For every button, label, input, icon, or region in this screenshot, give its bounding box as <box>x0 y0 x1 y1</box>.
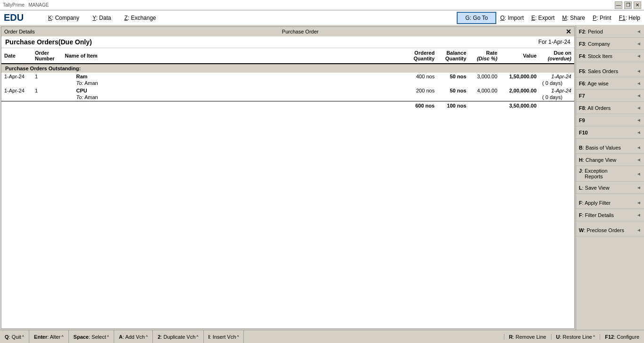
sub-header-right: Purchase Order <box>282 29 319 34</box>
right-panel-apply-filter[interactable]: F: Apply Filter ◄ <box>576 197 644 209</box>
nav-print[interactable]: P: Print <box>593 15 611 21</box>
total-ordered-qty: 600 nos <box>406 101 437 110</box>
right-panel-basis-values[interactable]: B: Basis of Values ◄ <box>576 142 644 154</box>
right-panel-filter-details[interactable]: F: Filter Details ◄ <box>576 209 644 221</box>
right-panel: F2: Period ◄ F3: Company ◄ F4: Stock Ite… <box>576 25 644 330</box>
table-row-to2: To: Aman ( 0 days) <box>1 94 574 101</box>
row2-item: CPU <box>62 87 406 94</box>
status-space-select[interactable]: Space: Select ^ <box>69 330 114 343</box>
row1-item: Ram <box>62 73 406 80</box>
row1-rate: 3,000.00 <box>469 73 500 80</box>
close-button[interactable]: ✕ <box>634 1 641 9</box>
right-panel-change-view[interactable]: H: Change View ◄ <box>576 154 644 166</box>
status-f12-configure[interactable]: F12: Configure <box>600 334 644 340</box>
row2-order-num: 1 <box>32 87 62 94</box>
data-table: Date OrderNumber Name of Item OrderedQua… <box>1 48 574 110</box>
right-panel-f9[interactable]: F9 ◄ <box>576 114 644 126</box>
col-ordered-qty: OrderedQuantity <box>406 48 437 64</box>
right-panel-exception-reports[interactable]: J: Exception Reports ◄ <box>576 166 644 182</box>
nav-data[interactable]: Y: Data <box>86 12 117 24</box>
table-row[interactable]: 1-Apr-24 1 CPU 200 nos 50 nos 4,000.00 2… <box>1 87 574 94</box>
sub-header-close[interactable]: ✕ <box>566 28 571 35</box>
app-name-small: TallyPrime <box>3 2 25 8</box>
nav-import[interactable]: O: Import <box>500 15 524 21</box>
row1-to: To: Aman <box>62 80 406 87</box>
sub-header-left: Order Details <box>4 29 35 34</box>
status-restore-line[interactable]: U: Restore Line ^ <box>551 334 600 340</box>
manage-text: MANAGE <box>28 2 49 8</box>
nav-share[interactable]: M: Share <box>562 15 585 21</box>
sub-header: Order Details Purchase Order ✕ <box>1 27 574 36</box>
row2-to: To: Aman <box>62 94 406 101</box>
status-quit[interactable]: Q: Quit ^ <box>0 330 29 343</box>
nav-export[interactable]: E: Export <box>531 15 554 21</box>
status-enter-alter[interactable]: Enter: Alter ^ <box>29 330 68 343</box>
row1-due-on: 1-Apr-24 <box>539 73 574 80</box>
row2-rate: 4,000.00 <box>469 87 500 94</box>
section-header-row: Purchase Orders Outstanding: <box>1 64 574 73</box>
report-header: Purchase Orders(Due Only) For 1-Apr-24 <box>1 36 574 48</box>
col-value: Value <box>500 48 539 64</box>
title-bar: TallyPrime MANAGE — ❐ ✕ <box>0 0 644 10</box>
col-date: Date <box>1 48 32 64</box>
right-panel-save-view[interactable]: L: Save View ◄ <box>576 182 644 194</box>
row2-date: 1-Apr-24 <box>1 87 32 94</box>
row2-ordered-qty: 200 nos <box>406 87 437 94</box>
maximize-button[interactable]: ❐ <box>624 1 632 9</box>
app-logo: EDU <box>4 12 32 23</box>
right-panel-f5[interactable]: F5: Sales Orders ◄ <box>576 65 644 77</box>
nav-menu: K: Company Y: Data Z: Exchange <box>42 12 453 24</box>
status-right: R: Remove Line U: Restore Line ^ F12: Co… <box>504 334 644 340</box>
status-insert-vch[interactable]: I: Insert Vch ^ <box>204 330 244 343</box>
right-panel-f8[interactable]: F8: All Orders ◄ <box>576 102 644 114</box>
total-balance-qty: 100 nos <box>437 101 469 110</box>
row2-value: 2,00,000.00 <box>500 87 539 94</box>
content-area: Order Details Purchase Order ✕ Purchase … <box>1 26 575 329</box>
col-rate: Rate(Disc %) <box>469 48 500 64</box>
right-panel-f3[interactable]: F3: Company ◄ <box>576 38 644 50</box>
right-panel-f2[interactable]: F2: Period ◄ <box>576 25 644 38</box>
row1-ordered-qty: 400 nos <box>406 73 437 80</box>
nav-help[interactable]: F1: Help <box>619 15 640 21</box>
status-duplicate-vch[interactable]: 2: Duplicate Vch ^ <box>153 330 203 343</box>
table-header-row: Date OrderNumber Name of Item OrderedQua… <box>1 48 574 64</box>
nav-exchange[interactable]: Z: Exchange <box>117 12 162 24</box>
right-panel-preclose-orders[interactable]: W: Preclose Orders ◄ <box>576 224 644 236</box>
goto-button[interactable]: G: Go To <box>457 12 496 24</box>
minimize-button[interactable]: — <box>615 1 622 9</box>
right-panel-f7[interactable]: F7 ◄ <box>576 90 644 102</box>
app-header: EDU K: Company Y: Data Z: Exchange G: Go… <box>0 10 644 25</box>
col-name-of-item: Name of Item <box>62 48 406 64</box>
status-add-vch[interactable]: A: Add Vch ^ <box>114 330 153 343</box>
col-balance-qty: BalanceQuantity <box>437 48 469 64</box>
row2-due-on: 1-Apr-24 <box>539 87 574 94</box>
col-order-number: OrderNumber <box>32 48 62 64</box>
row2-balance-qty: 50 nos <box>437 87 469 94</box>
total-value: 3,50,000.00 <box>500 101 539 110</box>
title-bar-controls: — ❐ ✕ <box>615 1 641 9</box>
row1-overdue: ( 0 days) <box>539 80 574 87</box>
row1-order-num: 1 <box>32 73 62 80</box>
nav-right: O: Import E: Export M: Share P: Print F1… <box>500 15 640 21</box>
right-panel-f10[interactable]: F10 ◄ <box>576 126 644 139</box>
main-layout: Order Details Purchase Order ✕ Purchase … <box>0 25 644 330</box>
nav-company[interactable]: K: Company <box>42 12 86 24</box>
row1-value: 1,50,000.00 <box>500 73 539 80</box>
right-panel-f6[interactable]: F6: Age wise ◄ <box>576 77 644 90</box>
row2-overdue: ( 0 days) <box>539 94 574 101</box>
right-panel-f4[interactable]: F4: Stock Item ◄ <box>576 50 644 62</box>
status-bar: Q: Quit ^ Enter: Alter ^ Space: Select ^… <box>0 330 644 343</box>
section-header-label: Purchase Orders Outstanding: <box>1 64 574 73</box>
table-row-to1: To: Aman ( 0 days) <box>1 80 574 87</box>
table-row[interactable]: 1-Apr-24 1 Ram 400 nos 50 nos 3,000.00 1… <box>1 73 574 80</box>
status-remove-line[interactable]: R: Remove Line <box>504 334 551 340</box>
row1-date: 1-Apr-24 <box>1 73 32 80</box>
col-due-on: Due on(overdue) <box>539 48 574 64</box>
report-title: Purchase Orders(Due Only) <box>5 38 92 46</box>
row1-balance-qty: 50 nos <box>437 73 469 80</box>
report-date: For 1-Apr-24 <box>538 39 570 45</box>
total-row: 600 nos 100 nos 3,50,000.00 <box>1 101 574 110</box>
